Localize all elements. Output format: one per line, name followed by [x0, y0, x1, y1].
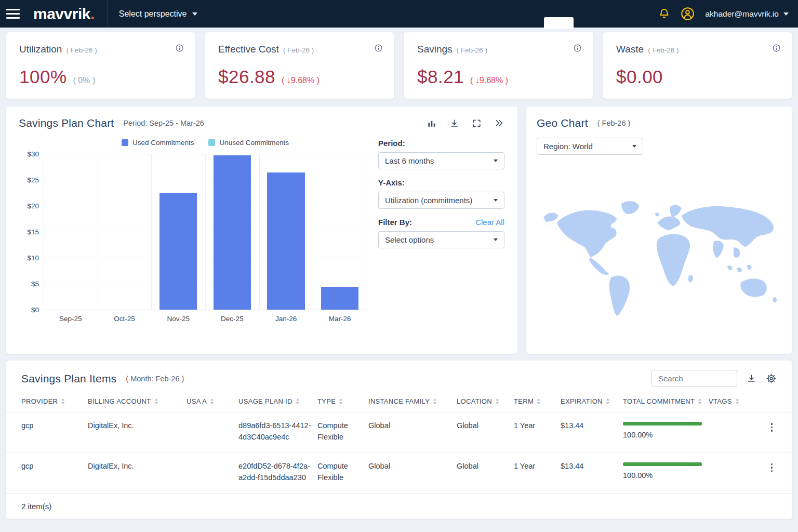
table-footer-count: 2 item(s)	[6, 493, 792, 513]
avatar-icon[interactable]	[681, 7, 695, 21]
y-tick-label: $15	[27, 228, 39, 236]
legend-label: Used Commitments	[132, 139, 194, 147]
kpi-period: ( Feb-26 )	[648, 46, 679, 54]
x-tick-label: Mar-26	[313, 315, 367, 323]
info-icon[interactable]	[374, 44, 383, 55]
cell-expiration: $13.44	[561, 460, 623, 472]
search-input[interactable]	[651, 370, 737, 387]
x-tick-label: Jan-26	[259, 315, 313, 323]
y-tick-label: $20	[27, 202, 39, 210]
chevron-down-icon	[632, 145, 636, 148]
select-perspective-dropdown[interactable]: Select perspective	[107, 0, 209, 28]
cell-usage-plan-id: d89a6fd3-6513-4412-4d3C40ac9e4c	[238, 420, 317, 443]
table-header-row: PROVIDER BILLING ACCOUNT USA A USAGE PLA…	[6, 397, 792, 412]
gear-icon[interactable]	[766, 373, 777, 384]
geo-chart-card: Geo Chart ( Feb-26 ) Region: World	[526, 107, 792, 354]
sort-icon	[155, 398, 158, 404]
download-icon[interactable]	[449, 118, 459, 128]
period-select-value: Last 6 months	[385, 156, 434, 165]
user-email: akhader@mavvrik.io	[705, 9, 779, 19]
bell-icon[interactable]	[658, 8, 670, 20]
cell-location: Global	[457, 460, 514, 472]
chart-period-subtitle: Period: Sep-25 - Mar-26	[123, 119, 204, 127]
column-header-expiration[interactable]: EXPIRATION	[561, 397, 623, 405]
kpi-delta: ( ↓9.68% )	[282, 76, 320, 85]
menu-icon[interactable]	[6, 9, 22, 19]
cell-type: Compute Flexible	[317, 460, 368, 484]
kpi-period: ( Feb-26 )	[283, 46, 314, 54]
bar-dec-25	[214, 154, 251, 310]
sort-icon	[736, 398, 739, 404]
expand-icon[interactable]	[472, 118, 482, 128]
kpi-card-effective-cost: Effective Cost( Feb-26 ) $26.88( ↓9.68% …	[205, 32, 394, 99]
cell-expiration: $13.44	[561, 420, 623, 431]
x-tick-label: Dec-25	[205, 315, 259, 323]
column-label: USA A	[187, 397, 207, 405]
filter-by-label: Filter By:	[378, 218, 412, 227]
download-icon[interactable]	[747, 374, 756, 383]
yaxis-select[interactable]: Utilization (commitments)	[378, 192, 504, 209]
column-label: USAGE PLAN ID	[238, 397, 292, 405]
kpi-delta: ( 0% )	[73, 76, 96, 85]
info-icon[interactable]	[772, 44, 781, 55]
filter-select[interactable]: Select options	[378, 231, 504, 248]
geo-chart-title: Geo Chart	[537, 117, 588, 129]
kpi-period: ( Feb-26 )	[457, 46, 487, 54]
column-header-total-commitment[interactable]: TOTAL COMMITMENT	[623, 397, 709, 405]
column-label: EXPIRATION	[561, 397, 603, 405]
double-chevron-right-icon[interactable]	[494, 118, 504, 128]
column-header-usage-plan-id[interactable]: USAGE PLAN ID	[238, 397, 317, 405]
column-header-usage-account[interactable]: USA A	[187, 397, 238, 405]
sort-icon	[210, 398, 214, 404]
legend-item[interactable]: Used Commitments	[122, 139, 194, 147]
bar-slot	[98, 154, 152, 310]
sort-icon	[433, 398, 436, 404]
savings-plan-items-card: Savings Plan Items ( Month: Feb-26 ) PRO…	[6, 361, 792, 519]
column-header-vtags[interactable]: VTAGS	[709, 397, 755, 405]
legend-item[interactable]: Unused Commitments	[208, 139, 289, 147]
period-select[interactable]: Last 6 months	[378, 152, 504, 169]
table-row: gcpDigitalEx, Inc.e20fdD52-d678-4f2a-a2d…	[6, 453, 792, 493]
column-header-provider[interactable]: PROVIDER	[21, 397, 88, 405]
user-menu[interactable]: akhader@mavvrik.io	[705, 9, 789, 19]
info-icon[interactable]	[175, 44, 184, 55]
column-header-type[interactable]: TYPE	[317, 397, 368, 405]
y-tick-label: $5	[31, 280, 39, 288]
clear-all-link[interactable]: Clear All	[475, 218, 504, 227]
app-logo[interactable]: mavvrik.	[33, 5, 95, 23]
bar-segment	[159, 193, 197, 310]
sort-icon	[339, 398, 342, 404]
kpi-title: Savings	[417, 44, 453, 55]
column-header-location[interactable]: LOCATION	[457, 397, 514, 405]
column-header-billing-account[interactable]: BILLING ACCOUNT	[88, 397, 187, 405]
cell-instance-family: Global	[368, 460, 457, 472]
kpi-title: Waste	[616, 44, 644, 55]
bar-mar-26	[321, 154, 359, 310]
column-label: TOTAL COMMITMENT	[623, 397, 695, 405]
column-label: VTAGS	[709, 397, 732, 405]
geo-chart-period: ( Feb-26 )	[597, 119, 631, 127]
dropdown-notch	[544, 17, 574, 29]
cell-total-commitment: 100.00%	[623, 460, 709, 481]
y-tick-label: $10	[27, 254, 39, 262]
sort-icon	[606, 398, 609, 404]
region-select[interactable]: Region: World	[537, 138, 643, 155]
bar-sep-25	[52, 154, 90, 310]
cell-total-commitment: 100.00%	[623, 420, 709, 441]
column-header-instance-family[interactable]: INSTANCE FAMILY	[368, 397, 457, 405]
period-label: Period:	[378, 139, 405, 148]
bar-chart-icon[interactable]	[427, 118, 437, 128]
kpi-card-waste: Waste( Feb-26 ) $0.00	[603, 32, 792, 99]
bar-oct-25	[105, 154, 143, 310]
kpi-delta: ( ↓9.68% )	[470, 76, 508, 85]
kebab-icon[interactable]	[767, 460, 777, 475]
chevron-down-icon	[192, 12, 197, 16]
info-icon[interactable]	[573, 44, 582, 55]
cell-location: Global	[457, 420, 514, 431]
kebab-icon[interactable]	[767, 420, 777, 435]
sort-icon	[537, 398, 540, 404]
column-label: PROVIDER	[21, 397, 58, 405]
kpi-value: $8.21	[417, 66, 464, 87]
cell-provider: gcp	[21, 420, 88, 431]
column-header-term[interactable]: TERM	[514, 397, 561, 405]
